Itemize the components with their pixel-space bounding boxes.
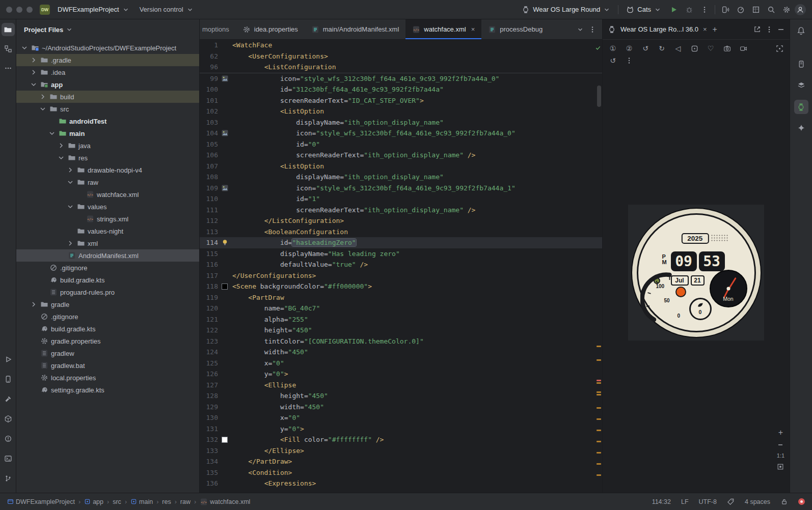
warning-stripe-mark[interactable] bbox=[597, 463, 601, 465]
tree-item-androidtest[interactable]: androidTest bbox=[16, 115, 199, 127]
warning-stripe-mark[interactable] bbox=[597, 394, 601, 395]
code-line[interactable]: 116 defaultValue="true" /> bbox=[200, 259, 602, 270]
warning-stripe-mark[interactable] bbox=[597, 382, 601, 384]
line-number[interactable]: 101 bbox=[200, 95, 218, 106]
code-line[interactable]: 99 icon="style_wfs_312c30bf_f64a_461e_9c… bbox=[200, 73, 602, 84]
code-line[interactable]: 106 screenReaderText="ith_option_display… bbox=[200, 150, 602, 161]
code-line[interactable]: 102 <ListOption bbox=[200, 106, 602, 117]
line-number[interactable]: 123 bbox=[200, 336, 218, 347]
code-line[interactable]: 117</UserConfigurations> bbox=[200, 270, 602, 281]
tree-item-build[interactable]: build bbox=[16, 91, 199, 103]
code-line[interactable]: 113 <BooleanConfiguration bbox=[200, 226, 602, 238]
tree-item-src[interactable]: src bbox=[16, 103, 199, 115]
tree-item-settings-gradle-kts[interactable]: settings.gradle.kts bbox=[16, 384, 199, 396]
account-avatar[interactable] bbox=[795, 4, 806, 15]
line-number[interactable]: 118 bbox=[200, 281, 218, 292]
line-number[interactable]: 135 bbox=[200, 467, 218, 478]
code-line[interactable]: 119 <PartDraw bbox=[200, 292, 602, 303]
rotate-right-icon[interactable]: ↻ bbox=[656, 43, 668, 54]
project-tool-button[interactable] bbox=[2, 23, 15, 36]
tree-item-gradle-properties[interactable]: gradle.properties bbox=[16, 335, 199, 347]
close-tab-icon[interactable]: × bbox=[471, 25, 475, 33]
chevron-down-icon[interactable] bbox=[20, 44, 29, 52]
image-gutter-icon[interactable] bbox=[218, 128, 232, 139]
inspections-ok-check-icon[interactable] bbox=[595, 45, 601, 51]
breadcrumb-item-src[interactable]: src bbox=[113, 498, 121, 505]
chevron-down-icon[interactable] bbox=[48, 129, 56, 137]
debug-button[interactable] bbox=[682, 3, 696, 17]
back-icon[interactable]: ◁ bbox=[672, 43, 684, 54]
line-number[interactable]: 99 bbox=[200, 73, 218, 84]
gemini-tool-button[interactable] bbox=[794, 121, 808, 135]
chevron-right-icon[interactable] bbox=[39, 93, 47, 101]
breadcrumb-item-res[interactable]: res bbox=[162, 498, 171, 505]
code-editor[interactable]: 1<WatchFace62 <UserConfigurations>96 <Li… bbox=[200, 40, 602, 493]
minimize-window-button[interactable] bbox=[16, 7, 22, 13]
line-number[interactable]: 104 bbox=[200, 128, 218, 139]
terminal-tool-button[interactable] bbox=[2, 452, 15, 465]
line-number[interactable]: 103 bbox=[200, 117, 218, 128]
warning-stripe-mark[interactable] bbox=[597, 441, 601, 442]
code-line[interactable]: 110 id="1" bbox=[200, 193, 602, 205]
line-number[interactable]: 113 bbox=[200, 226, 218, 238]
structure-tool-button[interactable] bbox=[2, 42, 15, 55]
line-number[interactable]: 108 bbox=[200, 172, 218, 183]
chevron-down-icon[interactable] bbox=[30, 80, 38, 89]
line-number[interactable]: 116 bbox=[200, 259, 218, 270]
line-number[interactable]: 131 bbox=[200, 423, 218, 435]
breadcrumb-item-raw[interactable]: raw bbox=[180, 498, 191, 505]
breadcrumb-item-main[interactable]: main bbox=[130, 498, 153, 505]
line-number[interactable]: 126 bbox=[200, 369, 218, 380]
inspection-stripe[interactable] bbox=[595, 40, 602, 493]
editor-tab-watchface-xml[interactable]: </>watchface.xml× bbox=[405, 19, 481, 39]
code-line[interactable]: 126 y="0"> bbox=[200, 369, 602, 380]
vcs-menu-button[interactable]: Version control bbox=[135, 3, 198, 16]
indent-indicator[interactable]: 4 spaces bbox=[745, 498, 770, 505]
line-number[interactable]: 125 bbox=[200, 358, 218, 369]
line-number[interactable]: 121 bbox=[200, 314, 218, 325]
run-button[interactable] bbox=[667, 3, 681, 17]
chevron-right-icon[interactable] bbox=[57, 141, 65, 150]
tree-item-app[interactable]: app bbox=[16, 78, 199, 91]
reset-view-icon[interactable]: ↺ bbox=[607, 55, 619, 66]
add-device-tab-button[interactable]: + bbox=[713, 25, 717, 34]
open-in-new-window-icon[interactable] bbox=[753, 25, 761, 33]
button-1-icon[interactable]: ① bbox=[607, 43, 619, 54]
line-number[interactable]: 115 bbox=[200, 248, 218, 260]
tree-item-gitignore[interactable]: .gitignore bbox=[16, 262, 199, 274]
code-line[interactable]: 120 name="BG_40c7" bbox=[200, 303, 602, 314]
warning-stripe-mark[interactable] bbox=[597, 474, 601, 476]
code-line[interactable]: 124 width="450" bbox=[200, 347, 602, 358]
chevron-right-icon[interactable] bbox=[66, 166, 74, 174]
chevron-down-icon[interactable] bbox=[66, 178, 74, 186]
code-line[interactable]: 105 id="0" bbox=[200, 139, 602, 150]
tree-item-build-gradle-kts[interactable]: build.gradle.kts bbox=[16, 274, 199, 286]
tree-item-gradle[interactable]: gradle bbox=[16, 298, 199, 310]
system-buttons-icon[interactable] bbox=[688, 43, 700, 54]
image-gutter-icon[interactable] bbox=[218, 73, 232, 84]
chevron-right-icon[interactable] bbox=[30, 68, 38, 76]
code-line[interactable]: 104 icon="style_wfs_312c30bf_f64a_461e_9… bbox=[200, 128, 602, 139]
code-line[interactable]: 130 x="0" bbox=[200, 412, 602, 423]
code-line[interactable]: 111 screenReaderText="ith_option_display… bbox=[200, 205, 602, 216]
line-number[interactable]: 102 bbox=[200, 106, 218, 117]
chevron-right-icon[interactable] bbox=[30, 56, 38, 64]
maximize-window-button[interactable] bbox=[26, 7, 33, 13]
editor-scrollbar-thumb[interactable] bbox=[597, 86, 601, 107]
line-number[interactable]: 122 bbox=[200, 325, 218, 336]
more-run-actions-button[interactable] bbox=[697, 3, 712, 17]
caret-position[interactable]: 114:32 bbox=[652, 498, 671, 505]
code-line[interactable]: 112 </ListConfiguration> bbox=[200, 215, 602, 226]
image-gutter-icon[interactable] bbox=[218, 183, 232, 194]
line-number[interactable]: 62 bbox=[200, 51, 218, 62]
line-number[interactable]: 136 bbox=[200, 478, 218, 489]
device-selector[interactable]: Wear OS Large Round bbox=[517, 3, 615, 16]
line-number[interactable]: 132 bbox=[200, 434, 218, 445]
tree-item-androidmanifest-xml[interactable]: AndroidManifest.xml bbox=[16, 249, 199, 262]
editor-tab-main-androidmanifest-xml[interactable]: main/AndroidManifest.xml bbox=[305, 19, 406, 39]
code-line[interactable]: 107 <ListOption bbox=[200, 161, 602, 172]
breadcrumb-item-app[interactable]: app bbox=[84, 498, 103, 505]
line-number[interactable]: 114 bbox=[200, 237, 218, 248]
device-manager-tool-button[interactable] bbox=[2, 373, 15, 386]
line-number[interactable]: 119 bbox=[200, 292, 218, 303]
